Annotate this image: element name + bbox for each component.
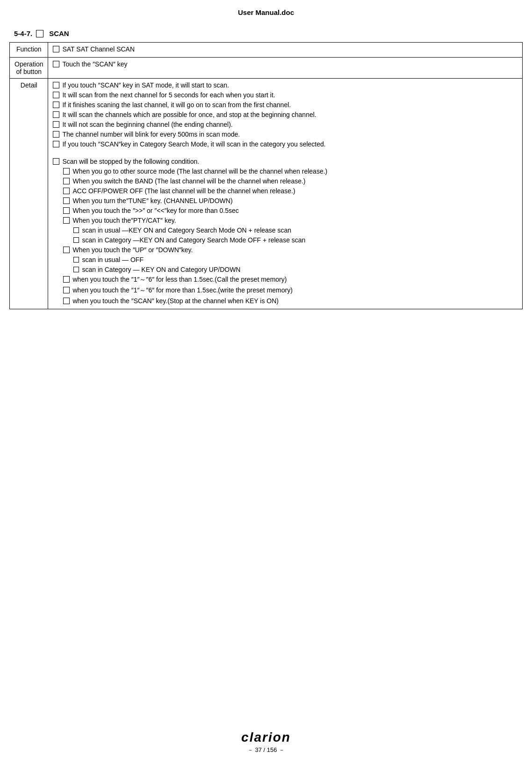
function-text: SAT SAT Channel SCAN <box>62 45 135 53</box>
stop-checkbox-7 <box>63 276 70 283</box>
section-number: 5-4-7. <box>14 29 32 37</box>
operation-checkbox <box>53 61 59 67</box>
page-title: User Manual.doc <box>0 0 532 21</box>
up-sub-1: scan in Category — KEY ON and Category U… <box>73 266 518 273</box>
section-checkbox <box>36 30 43 37</box>
stop-text-8: when you touch the ″1″～″6″ for more than… <box>72 286 292 295</box>
detail-checkbox-5 <box>53 131 59 138</box>
stop-item-7: when you touch the ″1″～″6″ for less than… <box>63 276 518 284</box>
detail-row: Detail If you touch ″SCAN″ key in SAT mo… <box>10 79 523 309</box>
stop-text-5: When you touch the″PTY/CAT″ key. <box>72 217 176 224</box>
detail-checkbox-2 <box>53 102 59 108</box>
pty-sub-checkbox-0 <box>73 227 79 233</box>
stop-text-7: when you touch the ″1″～″6″ for less than… <box>72 276 287 284</box>
detail-text-4: It will not scan the beginning channel (… <box>62 121 232 128</box>
up-sub-text-1: scan in Category — KEY ON and Category U… <box>82 266 240 273</box>
stop-checkbox-3 <box>63 197 70 204</box>
footer-page: － 37 / 156 － <box>0 746 532 754</box>
detail-content: If you touch ″SCAN″ key in SAT mode, it … <box>48 79 523 309</box>
function-content: SAT SAT Channel SCAN <box>48 43 523 58</box>
stop-checkbox-6 <box>63 247 70 253</box>
detail-label-cell: Detail <box>10 79 48 309</box>
detail-text-6: If you touch ″SCAN″key in Category Searc… <box>62 140 325 148</box>
stop-condition-intro-text: Scan will be stopped by the following co… <box>62 158 199 165</box>
detail-item-0: If you touch ″SCAN″ key in SAT mode, it … <box>53 81 518 89</box>
detail-checkbox-4 <box>53 121 59 128</box>
operation-label: Operationof button <box>10 58 48 79</box>
detail-text-2: If it finishes scaning the last channel,… <box>62 101 291 109</box>
operation-touch-row: Touch the ″SCAN″ key <box>53 60 518 68</box>
pty-sub-text-0: scan in usual —KEY ON and Category Searc… <box>82 226 291 234</box>
stop-item-5: When you touch the″PTY/CAT″ key. <box>63 217 518 224</box>
stop-checkbox-8 <box>63 287 70 293</box>
footer-brand: clarion <box>0 730 532 745</box>
stop-text-0: When you go to other source mode (The la… <box>72 168 327 175</box>
operation-content: Touch the ″SCAN″ key <box>48 58 523 79</box>
detail-items-list: If you touch ″SCAN″ key in SAT mode, it … <box>53 81 518 306</box>
stop-text-1: When you switch the BAND (The last chann… <box>72 177 305 185</box>
detail-item-3: It will scan the channels which are poss… <box>53 111 518 118</box>
detail-item-2: If it finishes scaning the last channel,… <box>53 101 518 109</box>
pty-sub-1: scan in Category —KEY ON and Category Se… <box>73 236 518 244</box>
up-sub-checkbox-1 <box>73 267 79 272</box>
detail-text-1: It will scan from the next channel for 5… <box>62 91 275 99</box>
detail-text-0: If you touch ″SCAN″ key in SAT mode, it … <box>62 81 229 89</box>
detail-checkbox-3 <box>53 111 59 118</box>
stop-checkbox-2 <box>63 188 70 194</box>
function-label: Function <box>10 43 48 58</box>
detail-label-text: Detail <box>21 81 37 89</box>
stop-checkbox-5 <box>63 217 70 224</box>
stop-text-2: ACC OFF/POWER OFF (The last channel will… <box>72 187 295 195</box>
stop-condition-intro-row: Scan will be stopped by the following co… <box>53 158 518 165</box>
stop-condition-checkbox <box>53 158 59 165</box>
stop-item-6: When you touch the ″UP″ or ″DOWN″key. <box>63 246 518 254</box>
detail-checkbox-0 <box>53 82 59 88</box>
pty-sub-text-1: scan in Category —KEY ON and Category Se… <box>82 236 305 244</box>
function-checkbox <box>53 46 59 52</box>
pty-sub-0: scan in usual —KEY ON and Category Searc… <box>73 226 518 234</box>
up-sub-checkbox-0 <box>73 257 79 263</box>
main-table: Function SAT SAT Channel SCAN Operationo… <box>9 42 523 309</box>
stop-text-9: when you touch the ″SCAN″ key.(Stop at t… <box>72 297 279 305</box>
stop-item-9: when you touch the ″SCAN″ key.(Stop at t… <box>63 297 518 305</box>
footer: clarion － 37 / 156 － <box>0 730 532 754</box>
operation-text: Touch the ″SCAN″ key <box>62 60 127 68</box>
pty-sub-checkbox-1 <box>73 237 79 243</box>
section-label: SCAN <box>49 29 69 37</box>
stop-checkbox-1 <box>63 178 70 184</box>
detail-text-3: It will scan the channels which are poss… <box>62 111 316 118</box>
function-sat-row: SAT SAT Channel SCAN <box>53 45 518 53</box>
stop-text-4: When you touch the ″>>″ or ″<<″key for m… <box>72 207 238 214</box>
stop-text-6: When you touch the ″UP″ or ″DOWN″key. <box>72 246 193 254</box>
up-sub-0: scan in usual — OFF <box>73 256 518 263</box>
detail-item-6: If you touch ″SCAN″key in Category Searc… <box>53 140 518 148</box>
stop-item-4: When you touch the ″>>″ or ″<<″key for m… <box>63 207 518 214</box>
stop-item-1: When you switch the BAND (The last chann… <box>63 177 518 185</box>
stop-text-3: When you turn the″TUNE″ key. (CHANNEL UP… <box>72 197 232 204</box>
detail-text-5: The channel number will blink for every … <box>62 131 240 138</box>
detail-item-1: It will scan from the next channel for 5… <box>53 91 518 99</box>
operation-label-text: Operationof button <box>14 60 43 75</box>
function-row: Function SAT SAT Channel SCAN <box>10 43 523 58</box>
detail-item-4: It will not scan the beginning channel (… <box>53 121 518 128</box>
stop-item-8: when you touch the ″1″～″6″ for more than… <box>63 286 518 295</box>
section-heading: 5-4-7. SCAN <box>0 21 532 42</box>
detail-checkbox-1 <box>53 92 59 98</box>
stop-checkbox-9 <box>63 298 70 304</box>
detail-item-5: The channel number will blink for every … <box>53 131 518 138</box>
stop-checkbox-4 <box>63 207 70 214</box>
up-sub-text-0: scan in usual — OFF <box>82 256 144 263</box>
stop-item-0: When you go to other source mode (The la… <box>63 168 518 175</box>
stop-item-3: When you turn the″TUNE″ key. (CHANNEL UP… <box>63 197 518 204</box>
stop-checkbox-0 <box>63 168 70 175</box>
detail-checkbox-6 <box>53 141 59 147</box>
stop-item-2: ACC OFF/POWER OFF (The last channel will… <box>63 187 518 195</box>
operation-row: Operationof button Touch the ″SCAN″ key <box>10 58 523 79</box>
